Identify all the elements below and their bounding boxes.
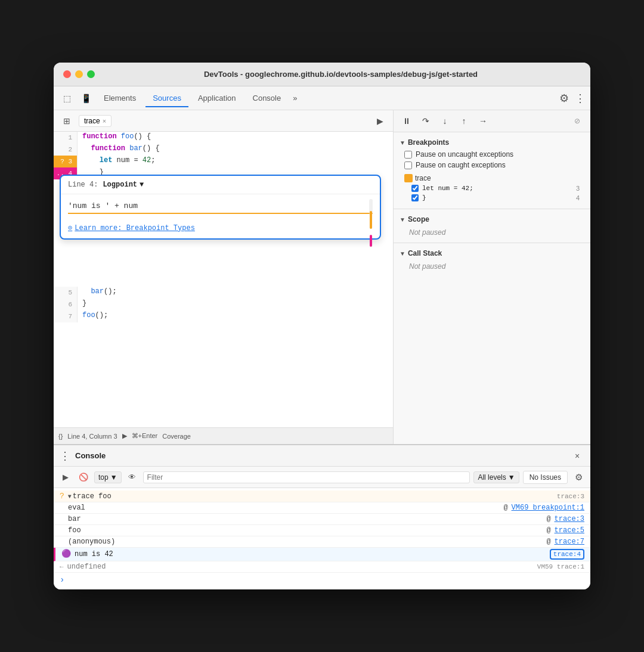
console-settings-button[interactable]: ⚙ <box>571 470 586 485</box>
tab-application[interactable]: Application <box>191 90 243 107</box>
call-stack-header[interactable]: ▼ Call Stack <box>400 247 584 260</box>
context-selector[interactable]: top ▼ <box>94 471 122 483</box>
prompt-arrow-icon: › <box>60 575 64 585</box>
sources-topbar: ⊞ trace × ▶ <box>54 110 393 132</box>
context-dropdown-icon: ▼ <box>110 473 117 482</box>
filter-console-button[interactable]: 🚫 <box>76 470 91 485</box>
deactivate-breakpoints-button[interactable]: ⊘ <box>570 114 584 128</box>
code-editor[interactable]: 1 function foo() { 2 function bar() { ? … <box>54 132 393 427</box>
vm59-source[interactable]: VM59 trace:1 <box>537 563 584 570</box>
console-prompt[interactable]: › <box>54 573 590 587</box>
trace-bar-link[interactable]: trace:3 <box>555 515 584 523</box>
group-toggle-icon[interactable]: ▼ <box>68 493 72 500</box>
console-entry-num-is-42: 🟣 num is 42 trace:4 <box>54 548 590 561</box>
file-navigator-icon[interactable]: ▶ <box>371 113 388 129</box>
line-content-3: let num = 42; <box>78 156 393 167</box>
bp-1-checkbox[interactable] <box>411 185 419 192</box>
bp-2-code: } <box>422 194 426 201</box>
pause-resume-button[interactable]: ⏸ <box>400 114 414 128</box>
console-filter-input[interactable] <box>143 471 470 483</box>
line-content-7: foo(); <box>78 311 393 322</box>
log-levels-select[interactable]: All levels ▼ <box>473 471 519 483</box>
pause-caught-label: Pause on caught exceptions <box>416 161 506 169</box>
trace4-source-link[interactable]: trace:4 <box>550 549 584 560</box>
console-title: Console <box>75 451 106 460</box>
trace-eval-link[interactable]: VM69 breakpoint:1 <box>512 504 584 512</box>
file-tab-trace[interactable]: trace × <box>79 115 112 127</box>
line-number-6[interactable]: 6 <box>54 299 78 311</box>
step-button[interactable]: → <box>476 114 490 128</box>
logpoint-scrollbar[interactable] <box>369 199 373 214</box>
scope-header[interactable]: ▼ Scope <box>400 213 584 226</box>
context-label: top <box>98 473 109 482</box>
line-number-5[interactable]: 5 <box>54 287 78 299</box>
warn-icon: ? <box>60 492 64 501</box>
scope-not-paused: Not paused <box>400 226 584 239</box>
learn-more-circle-icon: ⊙ <box>68 223 72 232</box>
file-tab-close[interactable]: × <box>103 117 106 125</box>
settings-icon[interactable]: ⚙ <box>559 92 569 105</box>
devtools-body: ⊞ trace × ▶ 1 function foo() { <box>54 110 590 444</box>
code-line-6: 6 } <box>54 299 393 311</box>
tab-sources[interactable]: Sources <box>145 90 188 107</box>
logpoint-dropdown-icon: ▼ <box>140 181 144 189</box>
breakpoints-header[interactable]: ▼ Breakpoints <box>400 136 584 149</box>
bp-group-icon <box>404 174 413 182</box>
line-number-3-breakpoint[interactable]: ? 3 <box>54 156 78 167</box>
trace-anon-at: @ <box>546 538 550 546</box>
step-into-button[interactable]: ↓ <box>438 114 452 128</box>
undefined-text: undefined <box>67 563 537 571</box>
toggle-sidebar-icon[interactable]: ⊞ <box>58 113 75 129</box>
logpoint-line-label: Line 4: <box>68 181 98 189</box>
code-line-3: ? 3 let num = 42; <box>54 156 393 167</box>
line-content-1: function foo() { <box>78 132 393 144</box>
debugger-panel: ⏸ ↷ ↓ ↑ → ⊘ ▼ Breakpoints Pause on uncau… <box>394 110 590 444</box>
clear-console-button[interactable]: ▶ <box>58 470 73 485</box>
pause-caught-checkbox[interactable] <box>404 162 412 169</box>
maximize-button[interactable] <box>87 70 95 78</box>
no-issues-button[interactable]: No Issues <box>523 471 568 484</box>
console-close-button[interactable]: × <box>570 449 584 463</box>
step-out-button[interactable]: ↑ <box>457 114 471 128</box>
devtools-tab-bar: ⬚ 📱 Elements Sources Application Console… <box>54 86 590 110</box>
pause-uncaught-checkbox[interactable] <box>404 151 412 159</box>
bp-2-checkbox[interactable] <box>411 194 419 201</box>
trace-anon-link[interactable]: trace:7 <box>555 538 584 546</box>
call-stack-not-paused: Not paused <box>400 260 584 273</box>
line-number-7[interactable]: 7 <box>54 311 78 322</box>
learn-more-text: Learn more: Breakpoint Types <box>75 224 195 232</box>
run-icon: ▶ <box>122 432 127 440</box>
breakpoints-section: ▼ Breakpoints Pause on uncaught exceptio… <box>394 132 590 209</box>
tab-elements[interactable]: Elements <box>97 90 143 107</box>
preserve-log-button[interactable]: 👁 <box>125 470 140 485</box>
logpoint-expression-input[interactable] <box>68 199 373 214</box>
minimize-button[interactable] <box>75 70 83 78</box>
logpoint-type-select[interactable]: Logpoint ▼ <box>103 181 144 189</box>
device-icon[interactable]: 📱 <box>78 90 94 107</box>
console-entry-trace-foo: ? ▼ trace foo trace:3 <box>54 490 590 502</box>
logpoint-scroll-thumb-orange <box>370 211 372 229</box>
call-stack-triangle-icon: ▼ <box>400 250 405 257</box>
line-number-1[interactable]: 1 <box>54 132 78 144</box>
close-button[interactable] <box>63 70 71 78</box>
debugger-controls: ⏸ ↷ ↓ ↑ → ⊘ <box>394 110 590 132</box>
pause-uncaught-row: Pause on uncaught exceptions <box>400 149 584 160</box>
console-trace-bar: bar @ trace:3 <box>54 514 590 525</box>
log-levels-icon: ▼ <box>508 473 515 482</box>
tab-console[interactable]: Console <box>246 90 289 107</box>
trace-foo-link[interactable]: trace:5 <box>555 526 584 535</box>
num-is-42-text: num is 42 <box>75 550 550 558</box>
bp-item-2: } 4 <box>400 193 584 203</box>
logpoint-learn-more-link[interactable]: ⊙ Learn more: Breakpoint Types <box>61 219 380 238</box>
step-over-button[interactable]: ↷ <box>419 114 433 128</box>
line-content-6: } <box>78 299 393 311</box>
line-number-2[interactable]: 2 <box>54 144 78 156</box>
console-menu-button[interactable]: ⋮ <box>60 449 70 462</box>
bp-2-line: 4 <box>576 194 580 201</box>
trace-foo-source[interactable]: trace:3 <box>557 493 584 500</box>
inspect-icon[interactable]: ⬚ <box>58 90 75 107</box>
bp-group-trace: trace <box>400 173 584 184</box>
more-tabs-button[interactable]: » <box>293 94 297 103</box>
more-options-icon[interactable]: ⋮ <box>575 92 586 105</box>
curly-braces-icon: {} <box>58 433 63 440</box>
